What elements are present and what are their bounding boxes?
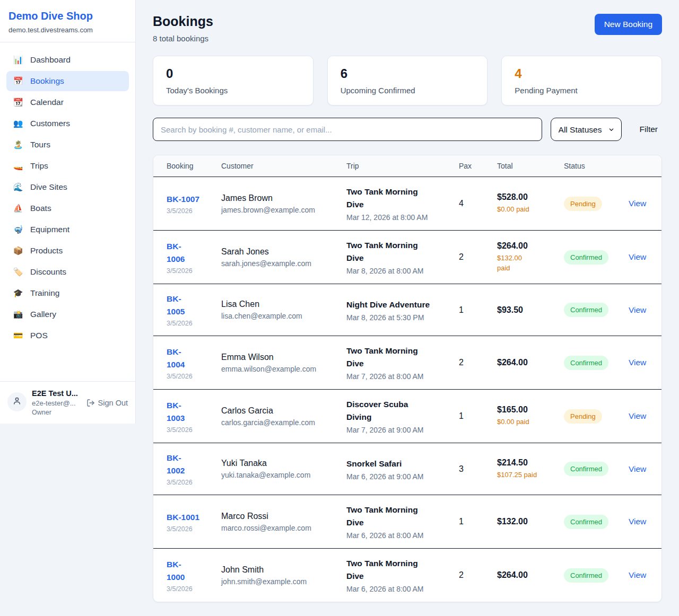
sidebar-item-customers[interactable]: 👥 Customers xyxy=(6,113,129,134)
sidebar-item-trips[interactable]: 🚤 Trips xyxy=(6,156,129,176)
booking-id-link[interactable]: BK-1004 xyxy=(167,346,185,371)
stat-value: 6 xyxy=(341,66,475,81)
sidebar-item-training[interactable]: 🎓 Training xyxy=(6,283,129,303)
paid-amount: $132.00paid xyxy=(497,253,547,274)
sign-out-icon xyxy=(86,399,95,407)
trip-datetime: Mar 6, 2026 at 9:00 AM xyxy=(346,472,442,481)
page-subtitle: 8 total bookings xyxy=(153,34,213,43)
trip-datetime: Mar 7, 2026 at 9:00 AM xyxy=(346,426,442,434)
booking-id-link[interactable]: BK-1007 xyxy=(167,193,199,206)
tours-island-icon: 🏝️ xyxy=(13,140,23,149)
pax-count: 4 xyxy=(459,199,464,208)
trip-name: Two Tank Morning Dive xyxy=(346,504,431,529)
sidebar-item-pos[interactable]: 💳 POS xyxy=(6,325,129,346)
page-title: Bookings xyxy=(153,14,213,29)
booking-id-link[interactable]: BK-1003 xyxy=(167,399,185,425)
sidebar-item-bookings[interactable]: 📅 Bookings xyxy=(6,71,129,91)
booking-id-link[interactable]: BK-1005 xyxy=(167,293,185,318)
table-row: BK-1006 3/5/2026 Sarah Jones sarah.jones… xyxy=(153,231,661,284)
status-badge: Confirmed xyxy=(564,462,608,476)
total-amount: $264.00 xyxy=(497,570,547,580)
sidebar-item-gallery[interactable]: 📸 Gallery xyxy=(6,304,129,324)
pos-card-icon: 💳 xyxy=(13,331,23,340)
trips-speedboat-icon: 🚤 xyxy=(13,161,23,171)
table-row: BK-1002 3/5/2026 Yuki Tanaka yuki.tanaka… xyxy=(153,443,661,495)
new-booking-button[interactable]: New Booking xyxy=(595,14,662,35)
booking-date: 3/5/2026 xyxy=(167,207,204,215)
sidebar-header: Demo Dive Shop demo.test.divestreams.com xyxy=(0,0,135,42)
customer-name: James Brown xyxy=(221,193,329,203)
customer-email: yuki.tanaka@example.com xyxy=(221,471,329,479)
customer-email: sarah.jones@example.com xyxy=(221,259,329,268)
sidebar-nav: 📊 Dashboard 📅 Bookings 📆 Calendar 👥 Cust… xyxy=(0,42,135,381)
view-booking-link[interactable]: View xyxy=(629,411,646,420)
booking-id-link[interactable]: BK-1006 xyxy=(167,240,185,266)
filter-button[interactable]: Filter xyxy=(636,125,662,134)
trip-name: Two Tank Morning Dive xyxy=(346,186,431,211)
table-header: Booking Customer Trip Pax Total Status xyxy=(153,155,661,177)
calendar-icon: 📆 xyxy=(13,98,23,107)
sidebar-item-boats[interactable]: ⛵ Boats xyxy=(6,198,129,218)
trip-name: Two Tank Morning Dive xyxy=(346,557,431,583)
app-layout: Demo Dive Shop demo.test.divestreams.com… xyxy=(0,0,679,616)
view-booking-link[interactable]: View xyxy=(629,199,646,208)
sidebar-item-discounts[interactable]: 🏷️ Discounts xyxy=(6,262,129,282)
pax-count: 1 xyxy=(459,305,464,314)
column-header-pax: Pax xyxy=(450,155,489,177)
trip-name: Two Tank Morning Dive xyxy=(346,239,431,265)
trip-datetime: Mar 7, 2026 at 8:00 AM xyxy=(346,372,442,381)
sidebar-item-dashboard[interactable]: 📊 Dashboard xyxy=(6,50,129,70)
customer-name: Marco Rossi xyxy=(221,512,329,521)
user-role: Owner xyxy=(32,409,81,416)
booking-id-link[interactable]: BK-1000 xyxy=(167,558,185,584)
view-booking-link[interactable]: View xyxy=(629,252,646,261)
view-booking-link[interactable]: View xyxy=(629,517,646,526)
pax-count: 2 xyxy=(459,252,464,261)
shop-name: Demo Dive Shop xyxy=(8,10,127,22)
page-header: Bookings 8 total bookings New Booking xyxy=(153,14,662,43)
sign-out-label: Sign Out xyxy=(98,399,128,407)
view-booking-link[interactable]: View xyxy=(629,358,646,367)
products-package-icon: 📦 xyxy=(13,246,23,256)
total-amount: $264.00 xyxy=(497,358,547,367)
total-amount: $214.50 xyxy=(497,458,547,468)
status-badge: Confirmed xyxy=(564,250,608,265)
sidebar-item-dive-sites[interactable]: 🌊 Dive Sites xyxy=(6,177,129,197)
stat-label: Pending Payment xyxy=(515,86,649,95)
column-header-customer: Customer xyxy=(213,155,338,177)
sidebar-item-products[interactable]: 📦 Products xyxy=(6,241,129,261)
pax-count: 1 xyxy=(459,517,464,526)
column-header-status: Status xyxy=(555,155,620,177)
booking-date: 3/5/2026 xyxy=(167,525,204,533)
table-row: BK-1004 3/5/2026 Emma Wilson emma.wilson… xyxy=(153,336,661,390)
sidebar-item-tours[interactable]: 🏝️ Tours xyxy=(6,135,129,155)
status-select[interactable]: All Statuses xyxy=(551,118,622,141)
trip-name: Night Dive Adventure xyxy=(346,298,431,311)
view-booking-link[interactable]: View xyxy=(629,570,646,579)
sidebar-user-footer: E2E Test U... e2e-tester@... Owner Sign … xyxy=(0,381,135,424)
booking-id-link[interactable]: BK-1002 xyxy=(167,452,185,477)
bookings-calendar-icon: 📅 xyxy=(13,76,23,86)
sign-out-button[interactable]: Sign Out xyxy=(86,399,128,407)
boats-sailboat-icon: ⛵ xyxy=(13,204,23,213)
trip-name: Snorkel Safari xyxy=(346,457,431,470)
booking-id-link[interactable]: BK-1001 xyxy=(167,511,199,524)
customer-email: carlos.garcia@example.com xyxy=(221,418,329,427)
status-badge: Confirmed xyxy=(564,568,608,583)
view-booking-link[interactable]: View xyxy=(629,305,646,314)
sidebar-item-calendar[interactable]: 📆 Calendar xyxy=(6,92,129,112)
main-content: Bookings 8 total bookings New Booking 0 … xyxy=(136,0,679,616)
booking-date: 3/5/2026 xyxy=(167,373,204,380)
booking-date: 3/5/2026 xyxy=(167,320,204,327)
booking-date: 3/5/2026 xyxy=(167,585,204,593)
table-row: BK-1007 3/5/2026 James Brown james.brown… xyxy=(153,177,661,231)
sidebar-item-equipment[interactable]: 🤿 Equipment xyxy=(6,219,129,240)
view-booking-link[interactable]: View xyxy=(629,464,646,473)
user-email: e2e-tester@... xyxy=(32,399,81,407)
pax-count: 2 xyxy=(459,570,464,579)
search-input[interactable] xyxy=(153,118,542,141)
equipment-mask-icon: 🤿 xyxy=(13,225,23,234)
column-header-trip: Trip xyxy=(338,155,450,177)
dive-sites-wave-icon: 🌊 xyxy=(13,182,23,192)
paid-amount: $0.00 paid xyxy=(497,205,547,215)
